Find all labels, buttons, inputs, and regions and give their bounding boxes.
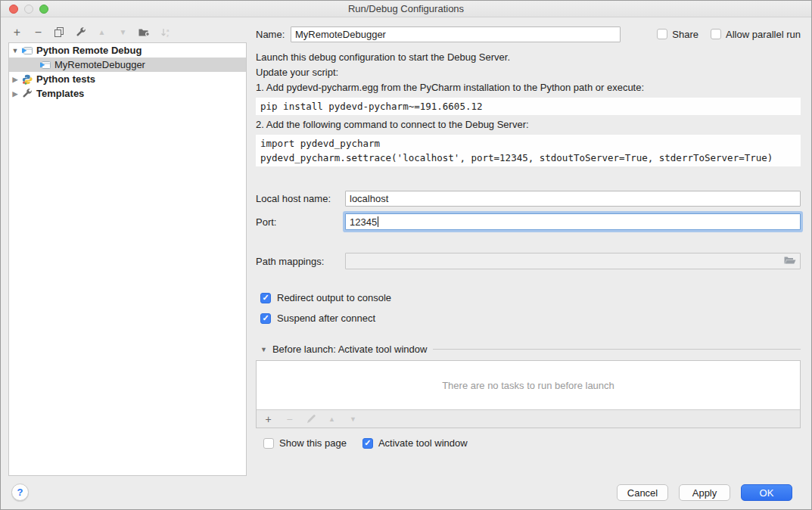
suspend-after-connect-row: ✓ Suspend after connect (260, 313, 801, 324)
name-row: Name: Share Allow parallel run (256, 26, 801, 42)
configuration-editor: Name: Share Allow parallel run Launch th… (256, 22, 801, 449)
chevron-right-icon[interactable]: ▶ (9, 90, 21, 98)
show-this-page-checkbox[interactable] (263, 438, 274, 449)
tree-item-templates[interactable]: ▶ Templates (9, 86, 246, 101)
tree-item-label: Templates (36, 88, 84, 99)
tree-item-label: Python tests (36, 73, 95, 85)
sort-alpha-icon: az (160, 26, 171, 39)
path-mappings-row: Path mappings: (256, 253, 801, 269)
suspend-after-connect-label: Suspend after connect (277, 313, 375, 324)
move-task-up-icon: ▲ (326, 413, 338, 425)
remove-task-icon: − (284, 413, 295, 425)
port-label: Port: (256, 216, 345, 228)
configurations-toolbar: + − ▲ ▼ az (11, 23, 246, 42)
port-row: Port: 12345 (256, 213, 801, 230)
python-icon (21, 74, 33, 85)
tree-item-python-tests[interactable]: ▶ Python tests (9, 72, 246, 86)
new-folder-icon[interactable] (138, 26, 150, 39)
run-config-icon (21, 45, 33, 56)
header-rule (433, 349, 801, 350)
svg-text:a: a (166, 28, 170, 33)
redirect-output-label: Redirect output to console (277, 292, 391, 303)
name-label: Name: (256, 29, 291, 40)
apply-button[interactable]: Apply (679, 484, 730, 501)
move-up-icon: ▲ (96, 26, 107, 39)
before-launch-task-panel: There are no tasks to run before launch … (256, 360, 801, 428)
local-host-input[interactable] (345, 191, 801, 207)
add-task-icon[interactable]: + (263, 413, 274, 425)
chevron-right-icon[interactable]: ▶ (9, 76, 21, 83)
configuration-description: Launch this debug configuration to start… (256, 50, 801, 166)
description-step: 1. Add pydevd-pycharm.egg from the PyCha… (256, 80, 801, 95)
top-checkboxes: Share Allow parallel run (657, 29, 801, 40)
edit-task-icon (305, 413, 316, 425)
allow-parallel-run-checkbox[interactable] (711, 29, 721, 39)
port-input[interactable]: 12345 (345, 213, 801, 230)
move-task-down-icon: ▼ (347, 413, 359, 425)
svg-text:z: z (166, 33, 169, 38)
description-step: 2. Add the following command to connect … (256, 117, 801, 132)
before-launch-title: Before launch: Activate tool window (272, 344, 428, 355)
run-debug-configurations-dialog: Run/Debug Configurations + − ▲ ▼ az ▼ Py… (0, 0, 812, 510)
allow-parallel-run-label: Allow parallel run (726, 29, 801, 40)
ok-button[interactable]: OK (741, 484, 792, 501)
task-list[interactable]: There are no tasks to run before launch (257, 361, 800, 409)
show-this-page-label: Show this page (279, 437, 347, 449)
task-list-empty-text: There are no tasks to run before launch (442, 380, 614, 391)
redirect-output-checkbox[interactable]: ✓ (260, 293, 271, 303)
tree-item-python-remote-debug[interactable]: ▼ Python Remote Debug (9, 43, 246, 58)
tree-item-myremotedebugger[interactable]: MyRemoteDebugger (9, 58, 246, 72)
configurations-tree: ▼ Python Remote Debug MyRemoteDebugger ▶… (8, 42, 247, 476)
window-title: Run/Debug Configurations (1, 1, 811, 17)
copy-configuration-icon[interactable] (54, 26, 65, 39)
move-down-icon: ▼ (117, 26, 129, 39)
path-mappings-input[interactable] (345, 253, 801, 269)
remove-configuration-icon[interactable]: − (33, 26, 44, 39)
name-input[interactable] (291, 26, 621, 42)
cancel-button[interactable]: Cancel (617, 484, 668, 501)
before-launch-header: ▼ Before launch: Activate tool window (260, 344, 801, 355)
share-label: Share (672, 29, 698, 40)
add-configuration-icon[interactable]: + (11, 26, 23, 39)
chevron-down-icon[interactable]: ▼ (9, 47, 21, 54)
bottom-options-row: Show this page ✓ Activate tool window (263, 437, 801, 449)
help-button[interactable]: ? (11, 484, 29, 501)
path-mappings-label: Path mappings: (256, 256, 345, 267)
activate-tool-window-label: Activate tool window (378, 437, 468, 449)
redirect-output-row: ✓ Redirect output to console (260, 292, 801, 303)
open-folder-icon[interactable] (784, 256, 796, 267)
task-toolbar: + − ▲ ▼ (257, 409, 800, 428)
description-line: Update your script: (256, 65, 801, 80)
local-host-row: Local host name: (256, 191, 801, 207)
footer-buttons: Cancel Apply OK (617, 484, 792, 501)
titlebar: Run/Debug Configurations (1, 1, 811, 17)
tree-item-label: Python Remote Debug (36, 45, 142, 56)
pip-install-code: pip install pydevd-pycharm~=191.6605.12 (256, 98, 801, 115)
share-checkbox[interactable] (657, 29, 667, 39)
description-line: Launch this debug configuration to start… (256, 50, 801, 65)
text-cursor (378, 216, 378, 227)
activate-tool-window-checkbox[interactable]: ✓ (362, 438, 373, 449)
run-config-icon (39, 60, 51, 70)
suspend-after-connect-checkbox[interactable]: ✓ (260, 313, 271, 324)
local-host-label: Local host name: (256, 193, 345, 204)
settrace-code: import pydevd_pycharm pydevd_pycharm.set… (256, 135, 801, 166)
chevron-down-icon[interactable]: ▼ (260, 346, 267, 353)
port-value: 12345 (350, 216, 377, 228)
tree-item-label: MyRemoteDebugger (54, 59, 145, 70)
edit-templates-icon[interactable] (75, 26, 86, 39)
wrench-icon (21, 89, 33, 99)
